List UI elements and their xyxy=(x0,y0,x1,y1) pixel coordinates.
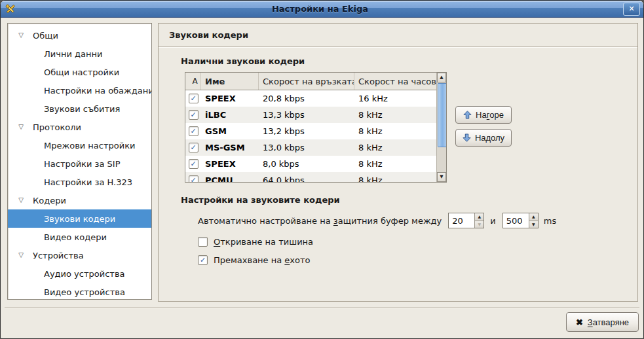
spin-up-button[interactable]: ▲ xyxy=(475,213,483,221)
echo-cancellation-row: ✓ Премахване на ехото xyxy=(198,255,637,265)
preferences-tree: ▽ Общи Лични данни Общи настройки Настро… xyxy=(7,23,152,300)
spin-up-icon: ▲ xyxy=(532,215,535,219)
sidebar-item-devices[interactable]: ▽ Устройства xyxy=(8,246,151,264)
check-icon: ✓ xyxy=(190,128,196,135)
expander-icon[interactable]: ▽ xyxy=(16,32,26,39)
spin-down-icon: ▼ xyxy=(478,223,482,226)
sidebar-item-personal-data[interactable]: Лични данни xyxy=(8,45,151,63)
sidebar-item-video-codecs[interactable]: Видео кодери xyxy=(8,228,151,246)
table-row[interactable]: ✓ GSM 13,2 kbps 8 kHz xyxy=(185,123,436,139)
column-header-name[interactable]: Име xyxy=(201,73,259,90)
codec-bandwidth: 64,0 kbps xyxy=(259,175,354,183)
table-row[interactable]: ✓ PCMU 64,0 kbps 8 kHz xyxy=(185,172,436,183)
sidebar-item-label: Настройки за H.323 xyxy=(44,177,132,187)
jitter-buffer-label: Автоматично настройване на защитния буфе… xyxy=(198,216,442,226)
codec-name: GSM xyxy=(201,126,259,136)
echo-cancellation-checkbox[interactable]: ✓ xyxy=(198,255,208,265)
sidebar-item-label: Видео устройства xyxy=(44,287,125,297)
buffer-max-input[interactable] xyxy=(503,213,529,228)
check-icon: ✓ xyxy=(190,177,196,183)
codec-enabled-checkbox[interactable]: ✓ xyxy=(189,110,199,120)
move-up-button[interactable]: Нагоре xyxy=(455,106,512,124)
column-header-clock[interactable]: Скорост на часовника xyxy=(354,73,436,90)
sidebar-item-audio-codecs[interactable]: Звукови кодери xyxy=(8,209,151,228)
codec-bandwidth: 13,0 kbps xyxy=(259,143,354,152)
expander-icon[interactable]: ▽ xyxy=(16,197,26,204)
scroll-down-icon: ▼ xyxy=(440,175,443,179)
expander-icon[interactable]: ▽ xyxy=(16,252,26,259)
spin-up-button[interactable]: ▲ xyxy=(529,213,538,221)
codec-enabled-checkbox[interactable]: ✓ xyxy=(189,175,199,183)
echo-cancellation-label: Премахване на ехото xyxy=(214,255,311,265)
sidebar-item-label: Устройства xyxy=(33,251,84,260)
codec-enabled-checkbox[interactable]: ✓ xyxy=(189,94,199,103)
main-panel: Звукови кодери Налични звукови кодери A … xyxy=(158,23,638,302)
codec-name: SPEEX xyxy=(201,94,259,103)
codecs-section-title: Налични звукови кодери xyxy=(181,56,637,66)
sidebar-item-codecs[interactable]: ▽ Кодери xyxy=(8,191,151,209)
preferences-dialog: Настройки на Ekiga ✕ ▽ Общи Лични данни … xyxy=(0,0,644,339)
table-row[interactable]: ✓ MS-GSM 13,0 kbps 8 kHz xyxy=(185,139,436,156)
sidebar-item-label: Общи настройки xyxy=(44,67,119,77)
footer-separator xyxy=(5,307,639,308)
sidebar-item-sip-settings[interactable]: Настройки за SIP xyxy=(8,154,151,173)
sidebar-item-h323-settings[interactable]: Настройки за H.323 xyxy=(8,173,151,191)
codec-enabled-checkbox[interactable]: ✓ xyxy=(189,126,199,136)
up-arrow-icon xyxy=(463,111,472,119)
sidebar-item-general[interactable]: ▽ Общи xyxy=(8,26,151,45)
window-close-button[interactable]: ✕ xyxy=(623,3,640,16)
codec-name: iLBC xyxy=(201,110,259,120)
scroll-up-icon: ▲ xyxy=(440,75,443,80)
window-title: Настройки на Ekiga xyxy=(17,4,623,14)
sidebar-item-general-settings[interactable]: Общи настройки xyxy=(8,63,151,81)
titlebar[interactable]: Настройки на Ekiga ✕ xyxy=(1,1,643,18)
codec-name: PCMU xyxy=(201,175,259,183)
check-icon: ✓ xyxy=(190,111,196,118)
silence-detection-row: Откриване на тишина xyxy=(198,237,637,247)
codec-bandwidth: 8,0 kbps xyxy=(259,159,354,169)
table-row[interactable]: ✓ SPEEX 20,8 kbps 16 kHz xyxy=(185,90,436,107)
sidebar-item-sound-events[interactable]: Звукови събития xyxy=(8,99,151,118)
scroll-down-button[interactable]: ▼ xyxy=(437,172,446,182)
close-dialog-button[interactable]: ✖ Затваряне xyxy=(566,312,639,332)
column-header-bandwidth[interactable]: Скорост на връзката xyxy=(259,73,354,90)
spin-down-button[interactable]: ▼ xyxy=(529,221,538,228)
codec-clock: 8 kHz xyxy=(354,110,436,120)
codec-clock: 8 kHz xyxy=(354,175,436,183)
column-header-active[interactable]: A xyxy=(185,73,201,90)
buffer-min-input[interactable] xyxy=(449,213,474,228)
codec-enabled-checkbox[interactable]: ✓ xyxy=(189,159,199,169)
sidebar-item-protocols[interactable]: ▽ Протоколи xyxy=(8,118,151,136)
sidebar-item-call-options[interactable]: Настройки на обажданията xyxy=(8,81,151,99)
codec-enabled-checkbox[interactable]: ✓ xyxy=(189,143,199,152)
codec-clock: 16 kHz xyxy=(354,94,436,103)
spin-down-button[interactable]: ▼ xyxy=(475,221,483,228)
buffer-unit-label: ms xyxy=(544,216,556,226)
move-down-button[interactable]: Надолу xyxy=(455,129,512,147)
sidebar-item-label: Протоколи xyxy=(33,122,81,132)
sidebar-item-audio-devices[interactable]: Аудио устройства xyxy=(8,264,151,283)
expander-icon[interactable]: ▽ xyxy=(16,124,26,130)
sidebar-item-label: Аудио устройства xyxy=(44,269,125,279)
scrollbar-thumb[interactable] xyxy=(438,83,447,147)
sidebar-item-network-settings[interactable]: Мрежови настройки xyxy=(8,136,151,154)
codec-bandwidth: 13,3 kbps xyxy=(259,110,354,120)
move-up-label: Нагоре xyxy=(476,110,504,120)
sidebar-item-label: Звукови кодери xyxy=(44,214,115,224)
sidebar-item-video-devices[interactable]: Видео устройства xyxy=(8,283,151,300)
silence-detection-checkbox[interactable] xyxy=(198,237,208,247)
scroll-up-button[interactable]: ▲ xyxy=(437,73,446,82)
spin-up-icon: ▲ xyxy=(478,215,482,219)
table-row[interactable]: ✓ SPEEX 8,0 kbps 8 kHz xyxy=(185,156,436,172)
buffer-min-spinner: ▲ ▼ xyxy=(448,213,484,228)
check-icon: ✓ xyxy=(190,95,196,102)
table-row[interactable]: ✓ iLBC 13,3 kbps 8 kHz xyxy=(185,107,436,123)
check-icon: ✓ xyxy=(190,144,196,151)
buffer-max-spinner: ▲ ▼ xyxy=(502,213,539,228)
codec-bandwidth: 20,8 kbps xyxy=(259,94,354,103)
codec-clock: 8 kHz xyxy=(354,126,436,136)
page-title: Звукови кодери xyxy=(169,30,248,40)
codec-clock: 8 kHz xyxy=(354,143,436,152)
table-scrollbar[interactable]: ▲ ▼ xyxy=(436,73,446,182)
close-icon: ✕ xyxy=(628,5,634,12)
